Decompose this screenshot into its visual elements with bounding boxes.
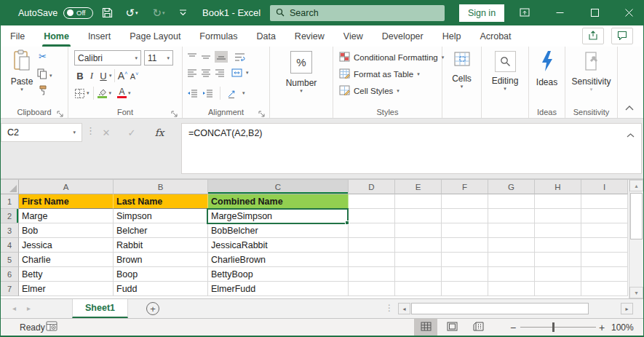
insert-function-button[interactable]: fx	[149, 123, 170, 142]
clipboard-dialog-launcher[interactable]	[57, 108, 65, 116]
cancel-button[interactable]: ✕	[96, 123, 116, 142]
cell-c6[interactable]: BettyBoop	[208, 267, 349, 282]
column-header-f[interactable]: F	[442, 180, 488, 194]
sheet-tab-sheet1[interactable]: Sheet1	[72, 299, 128, 318]
zoom-slider-track[interactable]	[520, 327, 596, 328]
redo-dropdown-icon[interactable]: ▾	[162, 10, 165, 16]
cells-dropdown-icon[interactable]: ▾	[461, 84, 464, 90]
cell-a4[interactable]: Jessica	[19, 238, 114, 253]
name-box-dropdown-icon[interactable]: ▾	[73, 130, 76, 135]
column-header-a[interactable]: A	[19, 180, 114, 194]
cell-c7[interactable]: ElmerFudd	[208, 282, 349, 296]
font-color-button[interactable]: A	[117, 88, 127, 98]
cell-c5[interactable]: CharlieBrown	[208, 253, 349, 267]
enter-button[interactable]: ✓	[122, 123, 142, 142]
tab-review[interactable]: Review	[285, 25, 334, 47]
number-format-button[interactable]: % Number ▾	[270, 51, 333, 94]
borders-button[interactable]	[74, 88, 85, 99]
column-header-h[interactable]: H	[535, 180, 581, 194]
fill-color-button[interactable]	[98, 88, 108, 98]
previous-sheet-button[interactable]: ◂	[12, 304, 16, 312]
tab-page-layout[interactable]: Page Layout	[120, 25, 190, 47]
cell-a1[interactable]: First Name	[19, 194, 114, 209]
cell-a5[interactable]: Charlie	[19, 253, 114, 267]
cell-b5[interactable]: Brown	[114, 253, 208, 267]
row-header-5[interactable]: 5	[1, 253, 19, 267]
zoom-out-button[interactable]: −	[510, 319, 516, 336]
macro-record-button[interactable]	[46, 319, 57, 336]
cell-b2[interactable]: Simpson	[114, 209, 208, 223]
tab-formulas[interactable]: Formulas	[190, 25, 247, 47]
copy-button[interactable]: ▾	[37, 68, 52, 82]
share-button[interactable]	[582, 28, 604, 44]
tab-developer[interactable]: Developer	[373, 25, 433, 47]
underline-button[interactable]: U	[98, 71, 109, 82]
cells-button[interactable]: Cells ▾	[442, 51, 481, 90]
cell-a2[interactable]: Marge	[19, 209, 114, 223]
merge-dropdown-icon[interactable]: ▾	[246, 70, 249, 76]
tab-file[interactable]: File	[1, 25, 34, 47]
increase-indent-button[interactable]	[202, 89, 213, 98]
font-size-combo[interactable]: 11▾	[144, 50, 173, 66]
cell-b1[interactable]: Last Name	[114, 194, 208, 209]
cell-styles-button[interactable]: Cell Styles ▾	[339, 85, 399, 97]
cell-c2-selected[interactable]: MargeSimpson	[208, 209, 349, 223]
grow-font-button[interactable]: A˄	[117, 70, 129, 82]
tab-help[interactable]: Help	[433, 25, 471, 47]
column-header-g[interactable]: G	[488, 180, 535, 194]
next-sheet-button[interactable]: ▸	[27, 304, 31, 312]
center-button[interactable]	[201, 68, 211, 77]
tab-bar-drag-handle[interactable]: ⋮	[385, 303, 394, 313]
vertical-scrollbar[interactable]: ▴ ▾	[629, 180, 643, 298]
cell-c3[interactable]: BobBelcher	[208, 223, 349, 238]
scroll-right-button[interactable]: ▸	[621, 303, 633, 314]
minimize-button[interactable]	[545, 0, 574, 25]
empty-cells[interactable]	[349, 282, 628, 296]
vertical-scrollbar-thumb[interactable]	[630, 193, 643, 239]
zoom-level[interactable]: 100%	[611, 319, 634, 336]
empty-cells[interactable]	[349, 223, 628, 238]
new-sheet-button[interactable]: +	[146, 302, 159, 315]
shrink-font-button[interactable]: A˅	[129, 71, 140, 81]
tab-view[interactable]: View	[334, 25, 373, 47]
scroll-up-button[interactable]: ▴	[629, 180, 643, 191]
column-header-d[interactable]: D	[349, 180, 395, 194]
empty-cells[interactable]	[349, 267, 628, 282]
column-header-c[interactable]: C	[208, 180, 349, 194]
cell-b7[interactable]: Fudd	[114, 282, 208, 296]
horizontal-scrollbar-thumb[interactable]	[411, 303, 589, 314]
cell-a3[interactable]: Bob	[19, 223, 114, 238]
normal-view-button[interactable]	[414, 319, 437, 336]
sensitivity-button[interactable]: Sensitivity ▾	[565, 51, 617, 92]
sign-in-button[interactable]: Sign in	[459, 4, 504, 22]
underline-dropdown-icon[interactable]: ▾	[109, 73, 112, 79]
middle-align-button[interactable]	[201, 52, 211, 61]
paste-dropdown-icon[interactable]: ▾	[20, 87, 23, 92]
borders-dropdown-icon[interactable]: ▾	[87, 90, 90, 96]
conditional-formatting-button[interactable]: Conditional Formatting ▾	[339, 52, 444, 63]
cell-a6[interactable]: Betty	[19, 267, 114, 282]
name-box[interactable]: C2 ▾	[1, 123, 82, 142]
empty-cells[interactable]	[349, 194, 628, 209]
cell-c4[interactable]: JessicaRabbit	[208, 238, 349, 253]
row-header-1[interactable]: 1	[1, 194, 19, 209]
format-as-table-button[interactable]: Format as Table ▾	[339, 68, 420, 80]
font-name-combo[interactable]: Calibri▾	[74, 50, 141, 66]
undo-button[interactable]: ↺▾	[119, 0, 144, 25]
tab-acrobat[interactable]: Acrobat	[470, 25, 520, 47]
tab-home[interactable]: Home	[34, 25, 79, 47]
bold-button[interactable]: B	[74, 71, 86, 82]
editing-dropdown-icon[interactable]: ▾	[504, 86, 506, 92]
paste-button[interactable]: Paste ▾	[7, 49, 37, 92]
column-header-e[interactable]: E	[395, 180, 442, 194]
editing-button[interactable]: Editing ▾	[482, 51, 528, 92]
merge-center-button[interactable]	[231, 68, 242, 77]
ribbon-display-options-button[interactable]	[510, 0, 539, 25]
fill-color-dropdown-icon[interactable]: ▾	[109, 90, 112, 96]
alignment-dialog-launcher[interactable]	[258, 108, 266, 116]
font-dialog-launcher[interactable]	[171, 108, 179, 116]
scroll-left-button[interactable]: ◂	[398, 303, 410, 314]
italic-button[interactable]: I	[86, 70, 98, 82]
column-header-i[interactable]: I	[581, 180, 628, 194]
tab-data[interactable]: Data	[247, 25, 285, 47]
